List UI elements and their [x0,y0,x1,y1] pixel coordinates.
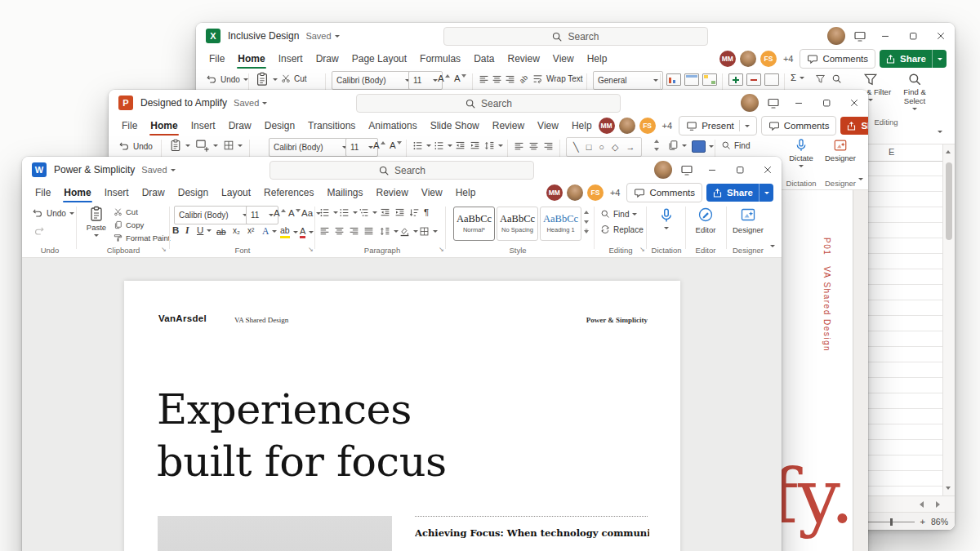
excel-comments-button[interactable]: Comments [800,49,875,69]
word-editor-button[interactable] [697,207,714,223]
word-app-icon[interactable]: W [32,162,47,177]
excel-save-status[interactable]: Saved [305,31,339,41]
shape-arrow-icon[interactable]: → [626,142,635,152]
excel-wrap-text-button[interactable]: Wrap Text [532,73,583,84]
excel-menu-page-layout[interactable]: Page Layout [345,49,413,69]
word-page[interactable]: VanArsdel VA Shared Design Power & Simpl… [124,281,680,551]
excel-menu-help[interactable]: Help [581,49,614,69]
powerpoint-paste-button[interactable] [169,139,190,152]
excel-search-input[interactable]: Search [443,27,708,46]
user-avatar[interactable] [827,27,845,45]
bullets-button[interactable] [319,207,338,218]
zoom-slider-thumb[interactable] [890,518,893,526]
excel-app-icon[interactable]: X [206,29,220,43]
align-left-button[interactable] [514,141,524,152]
powerpoint-minimize-button[interactable] [785,90,813,116]
powerpoint-find-button[interactable]: Find [721,140,750,150]
word-maximize-button[interactable] [726,157,754,183]
collaborator-avatar-fs[interactable]: FS [639,118,656,134]
word-menu-help[interactable]: Help [449,183,483,202]
line-spacing-button[interactable] [484,140,503,151]
word-share-button[interactable]: Share [706,184,773,202]
delete-cells-button[interactable] [746,73,761,86]
outdent-button[interactable] [380,207,390,218]
grow-font-button[interactable]: A [373,141,385,151]
scroll-down-icon[interactable] [946,487,951,490]
zoom-level[interactable]: 86% [931,517,948,527]
powerpoint-menu-home[interactable]: Home [144,116,184,136]
fill-button[interactable] [815,73,826,84]
powerpoint-menu-insert[interactable]: Insert [185,116,222,136]
shapes-scroll-up-icon[interactable] [654,140,659,143]
excel-menu-view[interactable]: View [546,49,581,69]
italic-button[interactable]: I [185,226,189,236]
word-menu-home[interactable]: Home [57,183,97,202]
excel-maximize-button[interactable] [899,23,927,49]
align-left-button[interactable] [319,226,330,237]
powerpoint-menu-design[interactable]: Design [258,116,301,136]
powerpoint-menu-file[interactable]: File [115,116,144,136]
styles-scroll-down-icon[interactable] [584,220,589,224]
new-slide-button[interactable] [195,138,218,153]
excel-menu-review[interactable]: Review [501,49,546,69]
collapse-ribbon-button[interactable] [858,178,863,180]
word-replace-button[interactable]: Replace [600,224,644,234]
borders-button[interactable] [419,226,438,237]
style-heading-1[interactable]: AaBbCcHeading 1 [540,207,581,241]
styles-scroll-up-icon[interactable] [584,211,589,214]
collaborator-avatar-photo[interactable] [619,118,635,134]
align-center-button[interactable] [492,74,502,85]
powerpoint-app-icon[interactable]: P [118,96,133,110]
share-screen-icon[interactable] [680,163,693,176]
outdent-button[interactable] [455,140,466,151]
format-as-table-button[interactable] [684,73,699,86]
word-redo-button[interactable] [33,225,45,237]
word-copy-button[interactable]: Copy [114,220,144,229]
excel-find-select-button[interactable]: Find & Select [893,72,936,110]
insert-cells-button[interactable] [728,73,743,86]
bold-button[interactable]: B [172,226,179,236]
collaborator-avatar-mm[interactable]: MM [546,184,563,201]
shape-rectangle-icon[interactable]: □ [586,142,592,152]
powerpoint-dictate-button[interactable]: Dictate [783,138,819,167]
collaborator-overflow-count[interactable]: +4 [610,188,621,198]
dialog-launcher-icon[interactable]: ↘ [639,247,645,253]
share-screen-icon[interactable] [853,29,866,42]
powerpoint-share-button[interactable]: Share [840,117,868,135]
excel-menu-data[interactable]: Data [467,49,501,69]
powerpoint-menu-animations[interactable]: Animations [362,116,423,136]
dialog-launcher-icon[interactable]: ↘ [439,247,444,253]
shape-oval-icon[interactable]: ○ [599,142,604,152]
word-menu-design[interactable]: Design [172,183,215,202]
collaborator-overflow-count[interactable]: +4 [783,54,794,64]
word-menu-view[interactable]: View [415,183,449,202]
align-right-button[interactable] [349,226,359,237]
word-close-button[interactable] [754,157,782,183]
align-right-button[interactable] [543,141,554,152]
powerpoint-close-button[interactable] [840,90,868,116]
shape-diamond-icon[interactable]: ◇ [612,142,618,153]
powerpoint-menu-view[interactable]: View [531,116,565,136]
superscript-button[interactable]: x² [247,227,254,235]
word-search-input[interactable]: Search [270,161,534,180]
powerpoint-present-button[interactable]: Present [679,116,757,136]
user-avatar[interactable] [654,161,672,179]
word-cut-button[interactable]: Cut [114,207,138,216]
excel-shrink-font-button[interactable]: A [454,74,466,84]
shapes-scroll-down-icon[interactable] [654,148,659,151]
numbering-button[interactable] [434,140,452,151]
excel-menu-file[interactable]: File [203,49,231,69]
word-font-name-select[interactable]: Calibri (Body) [174,206,252,224]
line-spacing-button[interactable] [380,226,399,237]
collaborator-avatar-mm[interactable]: MM [719,51,736,67]
collapse-ribbon-button[interactable] [938,131,942,133]
share-screen-icon[interactable] [767,96,780,109]
quick-styles-button[interactable] [692,140,714,153]
excel-number-format-select[interactable]: General [593,71,663,90]
autosum-button[interactable]: Σ [791,73,804,83]
shrink-font-button[interactable]: A [390,141,402,151]
scroll-up-icon[interactable] [946,150,951,153]
collaborator-overflow-count[interactable]: +4 [662,121,673,131]
word-save-status[interactable]: Saved [141,165,175,175]
shading-button[interactable] [399,226,418,237]
